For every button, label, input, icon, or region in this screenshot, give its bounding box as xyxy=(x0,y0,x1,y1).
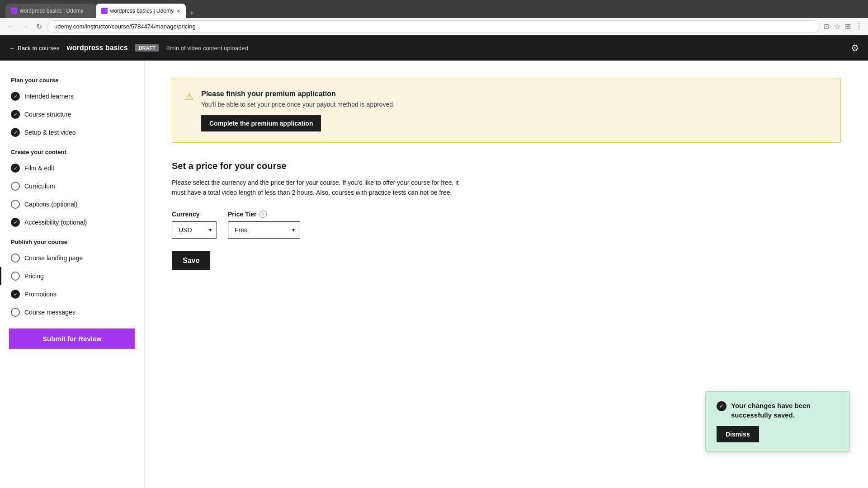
browser-toolbar: ← → ↻ udemy.com/instructor/course/578447… xyxy=(0,18,868,35)
browser-tab-2[interactable]: wordpress basics | Udemy ✕ xyxy=(96,4,186,18)
sidebar-item-course-messages[interactable]: Course messages xyxy=(0,303,144,321)
course-title: wordpress basics xyxy=(67,44,128,52)
check-promotions: ✓ xyxy=(11,290,20,299)
reload-button[interactable]: ↻ xyxy=(34,20,44,33)
check-curriculum xyxy=(11,182,20,191)
price-tier-select[interactable]: Free $9.99 $12.99 $14.99 $19.99 $24.99 xyxy=(228,221,300,239)
price-tier-info-icon[interactable]: i xyxy=(259,211,267,218)
draft-badge: DRAFT xyxy=(135,44,159,52)
content-area: ⚠ Please finish your premium application… xyxy=(145,61,868,488)
alert-warning-icon: ⚠ xyxy=(185,91,194,103)
browser-tabs: wordpress basics | Udemy ✕ wordpress bas… xyxy=(5,0,198,18)
sidebar-item-captions[interactable]: Captions (optional) xyxy=(0,195,144,213)
sidebar-label-course-landing-page: Course landing page xyxy=(24,254,83,262)
sidebar-item-course-landing-page[interactable]: Course landing page xyxy=(0,249,144,267)
tab-2-close[interactable]: ✕ xyxy=(176,8,180,14)
sidebar-label-course-structure: Course structure xyxy=(24,111,71,118)
sidebar-label-setup-test-video: Setup & test video xyxy=(24,129,76,136)
plan-section-title: Plan your course xyxy=(0,70,144,87)
bookmark-icon[interactable]: ☆ xyxy=(834,22,840,31)
sidebar-label-course-messages: Course messages xyxy=(24,309,75,316)
toast-header: ✓ Your changes have been successfully sa… xyxy=(717,401,839,420)
alert-title: Please finish your premium application xyxy=(201,90,395,98)
back-to-courses-link[interactable]: ← Back to courses xyxy=(9,45,60,52)
back-to-courses-label: Back to courses xyxy=(18,45,60,52)
currency-select-wrapper: USD EUR GBP ▾ xyxy=(172,221,217,239)
sidebar-item-course-structure[interactable]: ✓ Course structure xyxy=(0,105,144,123)
alert-description: You'll be able to set your price once yo… xyxy=(201,101,395,108)
dismiss-button[interactable]: Dismiss xyxy=(717,426,759,442)
check-intended-learners: ✓ xyxy=(11,92,20,101)
check-pricing xyxy=(11,272,20,281)
pricing-section-title: Set a price for your course xyxy=(172,161,841,171)
alert-banner: ⚠ Please finish your premium application… xyxy=(172,79,841,143)
address-bar[interactable]: udemy.com/instructor/course/5784474/mana… xyxy=(47,20,820,33)
address-text: udemy.com/instructor/course/5784474/mana… xyxy=(54,23,196,30)
currency-label: Currency xyxy=(172,211,217,218)
pricing-section-desc: Please select the currency and the price… xyxy=(172,178,470,198)
toast-message: Your changes have been successfully save… xyxy=(731,401,839,420)
sidebar-item-intended-learners[interactable]: ✓ Intended learners xyxy=(0,87,144,105)
settings-icon[interactable]: ⚙ xyxy=(851,42,859,53)
complete-premium-application-button[interactable]: Complete the premium application xyxy=(201,115,321,131)
tab-2-label: wordpress basics | Udemy xyxy=(110,8,174,14)
currency-select[interactable]: USD EUR GBP xyxy=(172,221,217,239)
browser-tab-1[interactable]: wordpress basics | Udemy ✕ xyxy=(5,4,96,18)
check-film-edit: ✓ xyxy=(11,164,20,173)
profile-icon[interactable]: ⊞ xyxy=(845,22,851,31)
check-setup-test-video: ✓ xyxy=(11,128,20,137)
sidebar: Plan your course ✓ Intended learners ✓ C… xyxy=(0,61,145,488)
sidebar-item-promotions[interactable]: ✓ Promotions xyxy=(0,285,144,303)
check-captions xyxy=(11,200,20,209)
sidebar-label-pricing: Pricing xyxy=(24,272,44,280)
sidebar-item-setup-test-video[interactable]: ✓ Setup & test video xyxy=(0,123,144,141)
app-header: ← Back to courses wordpress basics DRAFT… xyxy=(0,35,868,61)
price-tier-label: Price Tier i xyxy=(228,211,300,218)
forward-button[interactable]: → xyxy=(20,21,31,33)
video-info: 0min of video content uploaded xyxy=(166,45,248,52)
alert-content: Please finish your premium application Y… xyxy=(201,90,395,131)
sidebar-item-curriculum[interactable]: Curriculum xyxy=(0,177,144,195)
check-course-structure: ✓ xyxy=(11,110,20,119)
tab-1-favicon xyxy=(11,8,17,14)
currency-field-group: Currency USD EUR GBP ▾ xyxy=(172,211,217,239)
sidebar-item-pricing[interactable]: Pricing xyxy=(0,267,144,285)
sidebar-label-promotions: Promotions xyxy=(24,291,57,298)
sidebar-item-accessibility[interactable]: ✓ Accessibility (optional) xyxy=(0,213,144,231)
browser-chrome: wordpress basics | Udemy ✕ wordpress bas… xyxy=(0,0,868,18)
check-course-landing-page xyxy=(11,253,20,263)
save-button[interactable]: Save xyxy=(172,251,210,270)
submit-for-review-button[interactable]: Submit for Review xyxy=(9,328,135,349)
toast-notification: ✓ Your changes have been successfully sa… xyxy=(705,391,850,452)
sidebar-label-curriculum: Curriculum xyxy=(24,183,55,190)
toast-check-icon: ✓ xyxy=(717,401,726,411)
toolbar-icons: ⊡ ☆ ⊞ ⋮ xyxy=(824,22,863,31)
sidebar-label-captions: Captions (optional) xyxy=(24,201,78,208)
price-tier-select-wrapper: Free $9.99 $12.99 $14.99 $19.99 $24.99 ▾ xyxy=(228,221,300,239)
cast-icon[interactable]: ⊡ xyxy=(824,22,830,31)
publish-section-title: Publish your course xyxy=(0,231,144,249)
back-arrow-icon: ← xyxy=(9,45,15,52)
tab-2-favicon xyxy=(101,8,108,14)
sidebar-label-film-edit: Film & edit xyxy=(24,164,54,172)
check-course-messages xyxy=(11,308,20,317)
menu-icon[interactable]: ⋮ xyxy=(855,22,863,31)
check-accessibility: ✓ xyxy=(11,218,20,227)
tab-1-close[interactable]: ✕ xyxy=(86,8,90,14)
sidebar-label-intended-learners: Intended learners xyxy=(24,93,74,100)
sidebar-item-film-edit[interactable]: ✓ Film & edit xyxy=(0,159,144,177)
price-tier-field-group: Price Tier i Free $9.99 $12.99 $14.99 $1… xyxy=(228,211,300,239)
tab-1-label: wordpress basics | Udemy xyxy=(20,8,84,14)
back-button[interactable]: ← xyxy=(5,21,16,33)
content-section-title: Create your content xyxy=(0,141,144,159)
price-row: Currency USD EUR GBP ▾ Price Tier i xyxy=(172,211,841,239)
sidebar-label-accessibility: Accessibility (optional) xyxy=(24,219,87,226)
main-layout: Plan your course ✓ Intended learners ✓ C… xyxy=(0,61,868,488)
new-tab-button[interactable]: + xyxy=(186,9,198,18)
